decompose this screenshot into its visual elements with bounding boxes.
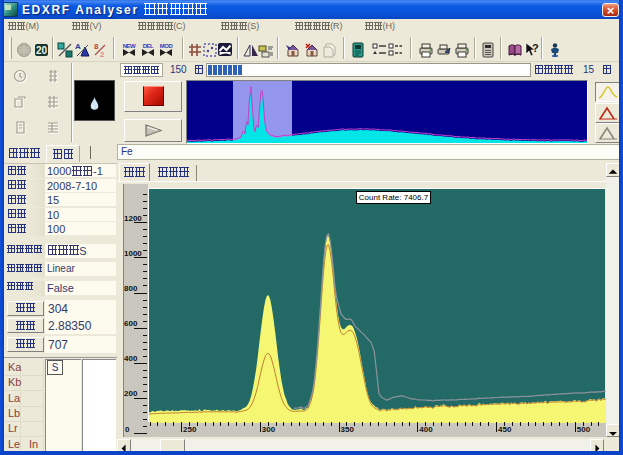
svg-text:8: 8 (94, 42, 99, 51)
svg-text:MOD: MOD (160, 43, 174, 49)
svg-text:20: 20 (36, 45, 48, 56)
svg-text:2: 2 (100, 50, 105, 58)
svg-text:NEW: NEW (123, 43, 136, 49)
svg-text:?: ? (532, 42, 539, 54)
svg-text:DEL: DEL (142, 43, 153, 49)
svg-text:A: A (75, 42, 81, 51)
